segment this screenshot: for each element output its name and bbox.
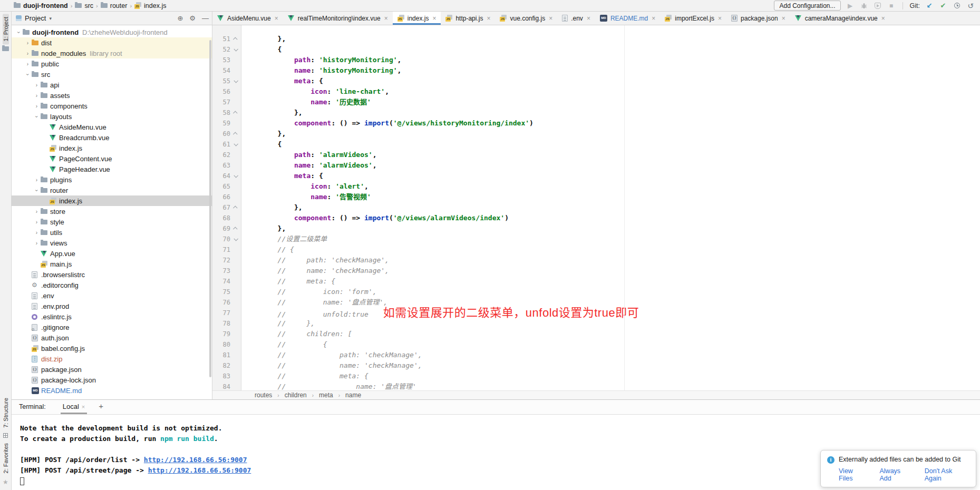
code-line-75[interactable]: // icon: 'form', — [245, 287, 980, 297]
close-icon[interactable]: × — [587, 15, 590, 22]
fold-marker-icon[interactable] — [230, 174, 241, 178]
project-view-selector[interactable]: Project ▾ — [16, 14, 171, 22]
code-line-59[interactable]: component: () => import('@/views/history… — [245, 118, 980, 129]
tree-item-store[interactable]: ›store — [12, 206, 212, 217]
fold-marker-icon[interactable] — [230, 227, 241, 230]
breadcrumb-item-router[interactable]: router — [101, 2, 128, 9]
chevron-collapsed-icon[interactable]: › — [33, 230, 41, 236]
tree-item-components[interactable]: ›components — [12, 101, 212, 111]
terminal-link[interactable]: http://192.168.66.56:9007 — [148, 466, 251, 474]
code-line-79[interactable]: // children: [ — [245, 329, 980, 339]
fold-marker-icon[interactable] — [230, 37, 241, 41]
notification-action-don-t-ask-again[interactable]: Don't Ask Again — [925, 467, 969, 482]
stripe-structure-button[interactable]: 7: Structure — [3, 395, 9, 431]
locate-file-icon[interactable]: ⊕ — [177, 14, 183, 22]
tab-readme-md[interactable]: README.md× — [595, 12, 660, 25]
tree-item-dist[interactable]: ›dist — [12, 37, 212, 48]
code-line-52[interactable]: { — [245, 44, 980, 55]
chevron-collapsed-icon[interactable]: › — [33, 177, 41, 183]
debug-bug-icon[interactable] — [860, 2, 868, 10]
rollback-icon[interactable]: ↺ — [966, 2, 975, 10]
code-line-60[interactable]: }, — [245, 129, 980, 139]
tree-item-plugins[interactable]: ›plugins — [12, 174, 212, 185]
close-icon[interactable]: × — [718, 15, 722, 22]
fold-marker-icon[interactable] — [230, 143, 241, 146]
tree-item-index-js[interactable]: index.js — [12, 143, 212, 153]
code-line-69[interactable]: }, — [245, 223, 980, 234]
code-line-61[interactable]: { — [245, 139, 980, 150]
code-line-68[interactable]: component: () => import('@/views/alarmVi… — [245, 213, 980, 223]
breadcrumb-item-index-js[interactable]: index.js — [134, 2, 166, 9]
project-tree-scrollbar[interactable] — [209, 40, 211, 377]
code-line-58[interactable]: }, — [245, 107, 980, 118]
tree-item-env-prod[interactable]: .env.prod — [12, 301, 212, 311]
tab-cameramanage-index-vue[interactable]: cameraManage\index.vue× — [790, 12, 890, 25]
fold-marker-icon[interactable] — [230, 48, 241, 51]
tree-item-package-lock-json[interactable]: package-lock.json — [12, 375, 212, 385]
chevron-expanded-icon[interactable]: › — [33, 188, 41, 193]
code-line-71[interactable]: // { — [245, 244, 980, 255]
editor-gutter[interactable]: 5152535455565758596061626364656667686970… — [212, 25, 241, 390]
run-icon[interactable]: ▶ — [846, 2, 855, 10]
tree-item-app-vue[interactable]: App.vue — [12, 248, 212, 259]
tree-item-assets[interactable]: ›assets — [12, 90, 212, 101]
code-line-81[interactable]: // path: 'checkManage', — [245, 350, 980, 360]
notification-action-view-files[interactable]: View Files — [839, 467, 868, 482]
editor-breadcrumb-children[interactable]: children — [285, 391, 307, 399]
code-line-78[interactable]: // }, — [245, 318, 980, 329]
editor-breadcrumb-meta[interactable]: meta — [319, 391, 333, 399]
tab-index-js[interactable]: index.js× — [393, 12, 441, 25]
code-line-66[interactable]: name: '告警视频' — [245, 192, 980, 202]
git-commit-icon[interactable]: ✔ — [939, 2, 947, 10]
close-icon[interactable]: × — [384, 15, 388, 22]
tree-item-eslintrc-js[interactable]: .eslintrc.js — [12, 311, 212, 322]
fold-marker-icon[interactable] — [230, 238, 241, 241]
tab-asidemenu-vue[interactable]: AsideMenu.vue× — [212, 12, 283, 25]
code-area[interactable]: }, { path: 'historyMonitoring', name: 'h… — [241, 25, 980, 390]
tree-item-layouts[interactable]: ›layouts — [12, 111, 212, 122]
terminal-tab-local[interactable]: Local × — [61, 403, 88, 414]
panel-settings-icon[interactable]: ⚙ — [189, 14, 196, 22]
code-line-55[interactable]: meta: { — [245, 76, 980, 86]
close-icon[interactable]: × — [487, 15, 490, 22]
run-with-coverage-icon[interactable] — [874, 2, 882, 10]
code-line-74[interactable]: // meta: { — [245, 276, 980, 287]
tree-item-babel-config-js[interactable]: babel.config.js — [12, 343, 212, 354]
tree-item-duoji-frontend[interactable]: ›duoji-frontendD:\zheheWeb\duoji-fronten… — [12, 27, 212, 37]
code-line-77[interactable]: // unfold:true如需设置展开的二级菜单，unfold设置为true即… — [245, 308, 980, 318]
close-icon[interactable]: × — [881, 15, 885, 22]
stop-icon[interactable]: ■ — [887, 2, 896, 10]
code-line-67[interactable]: }, — [245, 202, 980, 213]
code-line-51[interactable]: }, — [245, 34, 980, 44]
tree-item-public[interactable]: ›public — [12, 58, 212, 69]
chevron-collapsed-icon[interactable]: › — [33, 240, 41, 246]
terminal-link[interactable]: http://192.168.66.56:9007 — [144, 456, 247, 464]
git-update-icon[interactable]: ↙ — [925, 2, 934, 10]
chevron-collapsed-icon[interactable]: › — [33, 209, 41, 214]
close-icon[interactable]: × — [275, 15, 278, 22]
tree-item-env[interactable]: .env — [12, 290, 212, 301]
notification-action-always-add[interactable]: Always Add — [880, 467, 913, 482]
tab-realtimemonitoring-index-vue[interactable]: realTimeMonitoring\index.vue× — [283, 12, 393, 25]
chevron-collapsed-icon[interactable]: › — [24, 51, 32, 56]
tab-package-json[interactable]: package.json× — [726, 12, 790, 25]
chevron-expanded-icon[interactable]: › — [15, 30, 23, 35]
chevron-expanded-icon[interactable]: › — [33, 114, 41, 120]
tree-item-breadcrumb-vue[interactable]: Breadcrumb.vue — [12, 132, 212, 143]
tree-item-style[interactable]: ›style — [12, 217, 212, 227]
chevron-collapsed-icon[interactable]: › — [24, 61, 32, 67]
new-terminal-button[interactable]: + — [99, 401, 103, 414]
close-icon[interactable]: × — [782, 15, 785, 22]
breadcrumb-item-duoji-frontend[interactable]: duoji-frontend — [14, 2, 68, 9]
tab-importexcel-js[interactable]: importExcel.js× — [660, 12, 726, 25]
code-line-53[interactable]: path: 'historyMonitoring', — [245, 55, 980, 65]
tree-item-main-js[interactable]: main.js — [12, 259, 212, 269]
tree-item-src[interactable]: ›src — [12, 69, 212, 80]
tree-item-gitignore[interactable]: .gitignore — [12, 322, 212, 332]
tab-env[interactable]: .env× — [557, 12, 595, 25]
fold-marker-icon[interactable] — [230, 111, 241, 114]
close-icon[interactable]: × — [432, 15, 436, 22]
code-line-72[interactable]: // path: 'checkManage', — [245, 255, 980, 266]
chevron-collapsed-icon[interactable]: › — [33, 93, 41, 99]
tree-item-editorconfig[interactable]: ⚙.editorconfig — [12, 280, 212, 290]
